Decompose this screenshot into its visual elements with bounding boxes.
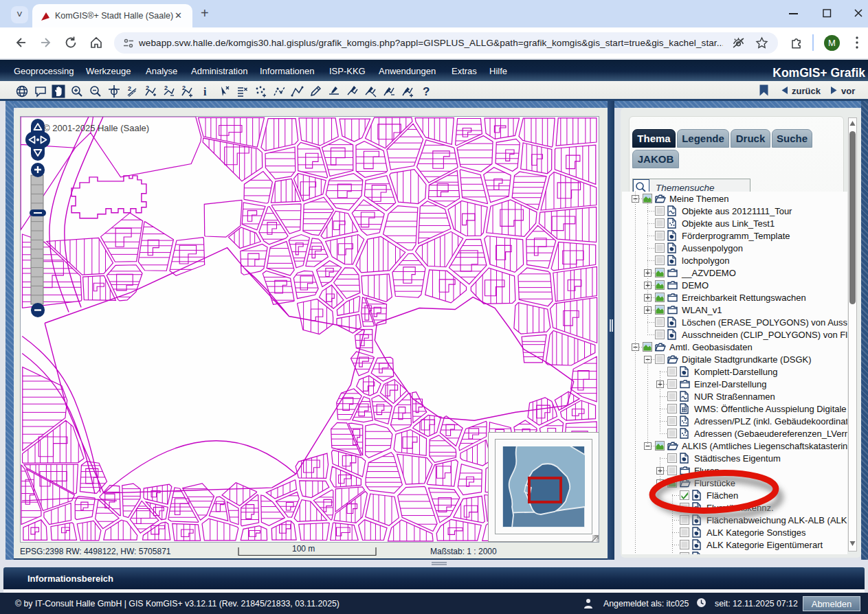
svg-text:2: 2 [164, 84, 168, 91]
svg-text:i: i [203, 86, 207, 98]
svg-text:2: 2 [128, 85, 131, 92]
svg-text:?: ? [423, 85, 430, 98]
svg-text:2: 2 [182, 84, 186, 91]
svg-text:2: 2 [146, 84, 149, 91]
